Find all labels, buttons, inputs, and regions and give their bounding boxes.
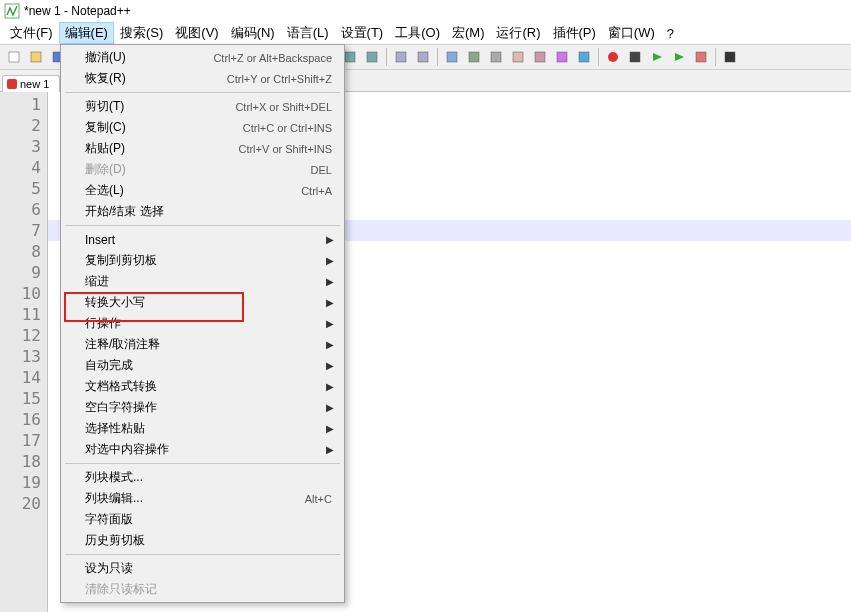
menu-item-shortcut: Ctrl+Z or Alt+Backspace bbox=[213, 52, 336, 64]
menu-item-label: 字符面版 bbox=[85, 511, 336, 528]
show-all-icon[interactable] bbox=[464, 47, 484, 67]
menu-item-label: 复制(C) bbox=[85, 119, 243, 136]
menu-item-shortcut: Alt+C bbox=[305, 493, 336, 505]
stop-icon[interactable] bbox=[625, 47, 645, 67]
tab-new1[interactable]: new 1 bbox=[2, 75, 60, 92]
menu-item-label: 列块编辑... bbox=[85, 490, 305, 507]
function-list-icon[interactable] bbox=[530, 47, 550, 67]
menu-item-7[interactable]: 全选(L)Ctrl+A bbox=[63, 180, 342, 201]
menu-item-16[interactable]: 自动完成▶ bbox=[63, 355, 342, 376]
line-number: 19 bbox=[0, 472, 41, 493]
menu-设置t[interactable]: 设置(T) bbox=[335, 22, 390, 44]
line-number: 18 bbox=[0, 451, 41, 472]
menu-item-label: 清除只读标记 bbox=[85, 581, 336, 598]
sync-v-icon[interactable] bbox=[391, 47, 411, 67]
menu-item-label: 缩进 bbox=[85, 273, 336, 290]
line-number-gutter: 1234567891011121314151617181920 bbox=[0, 92, 48, 612]
menu-item-shortcut: DEL bbox=[311, 164, 336, 176]
menu-item-24[interactable]: 字符面版 bbox=[63, 509, 342, 530]
menu-语言l[interactable]: 语言(L) bbox=[281, 22, 335, 44]
menu-文件f[interactable]: 文件(F) bbox=[4, 22, 59, 44]
menu-item-12[interactable]: 缩进▶ bbox=[63, 271, 342, 292]
menu-item-label: 复制到剪切板 bbox=[85, 252, 336, 269]
menu-视图v[interactable]: 视图(V) bbox=[169, 22, 224, 44]
menu-item-14[interactable]: 行操作▶ bbox=[63, 313, 342, 334]
folder-workspace-icon[interactable] bbox=[552, 47, 572, 67]
menu-item-27[interactable]: 设为只读 bbox=[63, 558, 342, 579]
svg-rect-29 bbox=[725, 52, 735, 62]
menu-separator bbox=[65, 554, 340, 555]
menu-窗口w[interactable]: 窗口(W) bbox=[602, 22, 661, 44]
menu-item-6: 删除(D)DEL bbox=[63, 159, 342, 180]
svg-rect-16 bbox=[367, 52, 377, 62]
line-number: 1 bbox=[0, 94, 41, 115]
play-multi-icon[interactable] bbox=[669, 47, 689, 67]
menu-item-label: Insert bbox=[85, 233, 336, 247]
menu-item-5[interactable]: 粘贴(P)Ctrl+V or Shift+INS bbox=[63, 138, 342, 159]
menu-item-label: 空白字符操作 bbox=[85, 399, 336, 416]
submenu-arrow-icon: ▶ bbox=[326, 234, 334, 245]
menu-item-8[interactable]: 开始/结束 选择 bbox=[63, 201, 342, 222]
sync-h-icon[interactable] bbox=[413, 47, 433, 67]
menu-item-17[interactable]: 文档格式转换▶ bbox=[63, 376, 342, 397]
spell-icon[interactable] bbox=[720, 47, 740, 67]
line-number: 8 bbox=[0, 241, 41, 262]
new-file-icon[interactable] bbox=[4, 47, 24, 67]
line-number: 5 bbox=[0, 178, 41, 199]
menu-item-3[interactable]: 剪切(T)Ctrl+X or Shift+DEL bbox=[63, 96, 342, 117]
menu-item-shortcut: Ctrl+A bbox=[301, 185, 336, 197]
menu-item-0[interactable]: 撤消(U)Ctrl+Z or Alt+Backspace bbox=[63, 47, 342, 68]
menu-编辑e[interactable]: 编辑(E) bbox=[59, 22, 114, 44]
menu-item-13[interactable]: 转换大小写▶ bbox=[63, 292, 342, 313]
menu-item-19[interactable]: 选择性粘贴▶ bbox=[63, 418, 342, 439]
toolbar-separator bbox=[437, 48, 438, 66]
menu-运行r[interactable]: 运行(R) bbox=[490, 22, 546, 44]
line-number: 4 bbox=[0, 157, 41, 178]
monitor-icon[interactable] bbox=[574, 47, 594, 67]
menu-宏m[interactable]: 宏(M) bbox=[446, 22, 491, 44]
line-number: 16 bbox=[0, 409, 41, 430]
zoom-out-icon[interactable] bbox=[362, 47, 382, 67]
save-macro-icon[interactable] bbox=[691, 47, 711, 67]
titlebar: *new 1 - Notepad++ bbox=[0, 0, 851, 22]
menu-item-label: 开始/结束 选择 bbox=[85, 203, 336, 220]
menu-工具o[interactable]: 工具(O) bbox=[389, 22, 446, 44]
indent-guide-icon[interactable] bbox=[486, 47, 506, 67]
menu-item-label: 文档格式转换 bbox=[85, 378, 336, 395]
menu-item-22[interactable]: 列块模式... bbox=[63, 467, 342, 488]
line-number: 17 bbox=[0, 430, 41, 451]
svg-rect-2 bbox=[31, 52, 41, 62]
menu-item-label: 粘贴(P) bbox=[85, 140, 238, 157]
record-icon[interactable] bbox=[603, 47, 623, 67]
menu-item-label: 剪切(T) bbox=[85, 98, 235, 115]
menu-item-11[interactable]: 复制到剪切板▶ bbox=[63, 250, 342, 271]
doc-map-icon[interactable] bbox=[508, 47, 528, 67]
submenu-arrow-icon: ▶ bbox=[326, 360, 334, 371]
menu-item-25[interactable]: 历史剪切板 bbox=[63, 530, 342, 551]
menu-item-4[interactable]: 复制(C)Ctrl+C or Ctrl+INS bbox=[63, 117, 342, 138]
menu-搜索s[interactable]: 搜索(S) bbox=[114, 22, 169, 44]
menu-item-10[interactable]: Insert▶ bbox=[63, 229, 342, 250]
open-file-icon[interactable] bbox=[26, 47, 46, 67]
submenu-arrow-icon: ▶ bbox=[326, 339, 334, 350]
menu-?[interactable]: ? bbox=[661, 24, 680, 43]
play-icon[interactable] bbox=[647, 47, 667, 67]
menu-编码n[interactable]: 编码(N) bbox=[225, 22, 281, 44]
menu-item-18[interactable]: 空白字符操作▶ bbox=[63, 397, 342, 418]
menu-item-20[interactable]: 对选中内容操作▶ bbox=[63, 439, 342, 460]
menu-item-23[interactable]: 列块编辑...Alt+C bbox=[63, 488, 342, 509]
menu-item-15[interactable]: 注释/取消注释▶ bbox=[63, 334, 342, 355]
window-title: *new 1 - Notepad++ bbox=[24, 4, 131, 18]
svg-rect-24 bbox=[557, 52, 567, 62]
menu-item-label: 行操作 bbox=[85, 315, 336, 332]
menu-item-1[interactable]: 恢复(R)Ctrl+Y or Ctrl+Shift+Z bbox=[63, 68, 342, 89]
svg-rect-21 bbox=[491, 52, 501, 62]
wrap-icon[interactable] bbox=[442, 47, 462, 67]
menu-插件p[interactable]: 插件(P) bbox=[547, 22, 602, 44]
menu-item-label: 历史剪切板 bbox=[85, 532, 336, 549]
menu-separator bbox=[65, 463, 340, 464]
menu-item-label: 恢复(R) bbox=[85, 70, 227, 87]
svg-point-26 bbox=[608, 52, 618, 62]
menu-item-label: 转换大小写 bbox=[85, 294, 336, 311]
menu-item-shortcut: Ctrl+V or Shift+INS bbox=[238, 143, 336, 155]
